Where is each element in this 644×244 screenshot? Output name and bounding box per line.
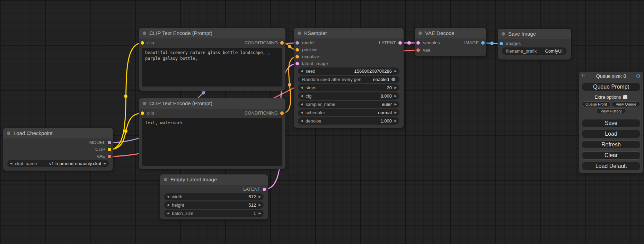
width-widget[interactable]: ◀ width 512 ▶	[164, 193, 264, 200]
steps-widget[interactable]: ◀ steps 20 ▶	[298, 84, 399, 91]
vae-input-port[interactable]	[416, 48, 420, 52]
collapse-dot-icon[interactable]	[143, 102, 146, 105]
load-default-button[interactable]: Load Default	[582, 162, 640, 170]
settings-gear-icon[interactable]: ⚙	[636, 73, 641, 79]
latent-output-port[interactable]	[263, 188, 266, 191]
increment-arrow-icon[interactable]: ▶	[392, 117, 399, 125]
samples-input-port[interactable]	[416, 41, 420, 45]
conditioning-output-port[interactable]	[280, 41, 284, 45]
model-output-port[interactable]	[108, 141, 111, 144]
clear-button[interactable]: Clear	[582, 151, 640, 160]
increment-arrow-icon[interactable]: ▶	[101, 160, 109, 167]
conditioning-output-port[interactable]	[280, 111, 284, 115]
widget-value: v1-5-pruned-emaonly.ckpt	[49, 161, 101, 166]
collapse-dot-icon[interactable]	[418, 31, 422, 35]
node-clip-text-encode-negative[interactable]: CLIP Text Encode (Prompt) clip CONDITION…	[139, 98, 285, 169]
decrement-arrow-icon[interactable]: ◀	[298, 84, 306, 91]
vae-decode-title-bar[interactable]: VAE Decode	[415, 28, 486, 38]
random-seed-toggle-widget[interactable]: Random seed after every gen enabled	[298, 76, 399, 83]
node-save-image[interactable]: Save Image images filename_prefix ComfyU…	[498, 29, 571, 60]
node-clip-text-encode-positive[interactable]: CLIP Text Encode (Prompt) clip CONDITION…	[139, 28, 285, 91]
filename-prefix-widget[interactable]: filename_prefix ComfyUI	[502, 47, 567, 55]
latent-image-input-port[interactable]	[295, 62, 299, 65]
save-image-title-bar[interactable]: Save Image	[498, 29, 571, 39]
decrement-arrow-icon[interactable]: ◀	[164, 193, 172, 200]
model-input-port[interactable]	[295, 41, 299, 45]
widget-label: cfg	[306, 93, 311, 99]
collapse-dot-icon[interactable]	[502, 32, 505, 36]
ckpt-name-widget[interactable]: ◀ ckpt_name v1-5-pruned-emaonly.ckpt ▶	[7, 160, 109, 167]
extra-options-checkbox[interactable]	[623, 95, 627, 99]
decrement-arrow-icon[interactable]: ◀	[7, 160, 15, 167]
view-queue-button[interactable]: View Queue	[612, 101, 640, 107]
queue-prompt-button[interactable]: Queue Prompt	[582, 83, 640, 91]
queue-front-button[interactable]: Queue Front	[582, 101, 610, 107]
widget-label: scheduler	[306, 110, 325, 115]
node-load-checkpoint[interactable]: Load Checkpoint MODEL CLIP VAE ◀ ckpt_na…	[3, 128, 113, 171]
load-checkpoint-title-bar[interactable]: Load Checkpoint	[3, 128, 113, 138]
output-label-latent: LATENT	[243, 186, 260, 193]
negative-input-port[interactable]	[295, 55, 299, 58]
decrement-arrow-icon[interactable]: ◀	[298, 109, 306, 116]
extra-options-row: Extra options	[579, 94, 643, 100]
latent-output-port[interactable]	[398, 41, 402, 45]
positive-input-port[interactable]	[295, 48, 299, 52]
positive-prompt-textarea[interactable]: beautiful scenery nature glass bottle la…	[142, 48, 282, 87]
collapse-dot-icon[interactable]	[7, 132, 10, 135]
increment-arrow-icon[interactable]: ▶	[256, 210, 264, 217]
collapse-dot-icon[interactable]	[298, 31, 301, 35]
node-vae-decode[interactable]: VAE Decode samples vae IMAGE	[415, 28, 486, 56]
cfg-widget[interactable]: ◀ cfg 8.000 ▶	[298, 92, 399, 100]
increment-arrow-icon[interactable]: ▶	[392, 92, 399, 100]
link-dot-negative	[288, 83, 291, 87]
clip-encode-negative-title-bar[interactable]: CLIP Text Encode (Prompt)	[139, 98, 285, 109]
decrement-arrow-icon[interactable]: ◀	[298, 67, 306, 75]
clip-input-port[interactable]	[141, 41, 144, 45]
input-label-images: images	[506, 40, 521, 47]
denoise-widget[interactable]: ◀ denoise 1.000 ▶	[298, 117, 399, 125]
widget-label: sampler_name	[306, 102, 335, 107]
decrement-arrow-icon[interactable]: ◀	[298, 92, 306, 100]
toggle-dot-icon[interactable]	[391, 78, 395, 81]
refresh-button[interactable]: Refresh	[582, 141, 640, 149]
view-history-button[interactable]: View History	[596, 108, 626, 114]
increment-arrow-icon[interactable]: ▶	[392, 67, 399, 75]
collapse-dot-icon[interactable]	[164, 178, 167, 181]
node-title: KSampler	[304, 30, 327, 36]
extra-options-label: Extra options	[595, 94, 621, 100]
seed-widget[interactable]: ◀ seed 156680208700286 ▶	[298, 67, 399, 75]
negative-prompt-textarea[interactable]: text, watermark	[142, 118, 282, 166]
increment-arrow-icon[interactable]: ▶	[392, 84, 399, 91]
increment-arrow-icon[interactable]: ▶	[392, 109, 399, 116]
input-label-clip: clip	[147, 110, 154, 117]
node-graph-canvas[interactable]: Load Checkpoint MODEL CLIP VAE ◀ ckpt_na…	[0, 0, 644, 244]
vae-output-port[interactable]	[108, 155, 111, 158]
clip-input-port[interactable]	[141, 111, 144, 115]
increment-arrow-icon[interactable]: ▶	[256, 193, 264, 200]
link-dot-image	[490, 42, 494, 45]
widget-label: seed	[306, 69, 315, 74]
scheduler-widget[interactable]: ◀ scheduler normal ▶	[298, 109, 399, 116]
empty-latent-title-bar[interactable]: Empty Latent Image	[160, 174, 268, 185]
clip-output-port[interactable]	[108, 148, 111, 151]
increment-arrow-icon[interactable]: ▶	[392, 101, 399, 108]
clip-encode-positive-title-bar[interactable]: CLIP Text Encode (Prompt)	[139, 28, 285, 38]
batch-size-widget[interactable]: ◀ batch_size 1 ▶	[164, 210, 264, 217]
height-widget[interactable]: ◀ height 512 ▶	[164, 201, 264, 209]
decrement-arrow-icon[interactable]: ◀	[164, 201, 172, 209]
link-dot-model	[202, 91, 205, 94]
images-input-port[interactable]	[500, 42, 503, 45]
increment-arrow-icon[interactable]: ▶	[256, 201, 264, 209]
node-empty-latent-image[interactable]: Empty Latent Image LATENT ◀ width 512 ▶ …	[160, 174, 268, 219]
sampler-name-widget[interactable]: ◀ sampler_name euler ▶	[298, 101, 399, 108]
node-ksampler[interactable]: KSampler model positive negative latent_…	[294, 28, 404, 128]
decrement-arrow-icon[interactable]: ◀	[164, 210, 172, 217]
decrement-arrow-icon[interactable]: ◀	[298, 101, 306, 108]
image-output-port[interactable]	[481, 41, 485, 45]
save-button[interactable]: Save	[582, 119, 640, 127]
ksampler-title-bar[interactable]: KSampler	[294, 28, 404, 38]
decrement-arrow-icon[interactable]: ◀	[298, 117, 306, 125]
collapse-dot-icon[interactable]	[143, 31, 146, 35]
load-button[interactable]: Load	[582, 130, 640, 138]
node-title: CLIP Text Encode (Prompt)	[149, 30, 212, 36]
